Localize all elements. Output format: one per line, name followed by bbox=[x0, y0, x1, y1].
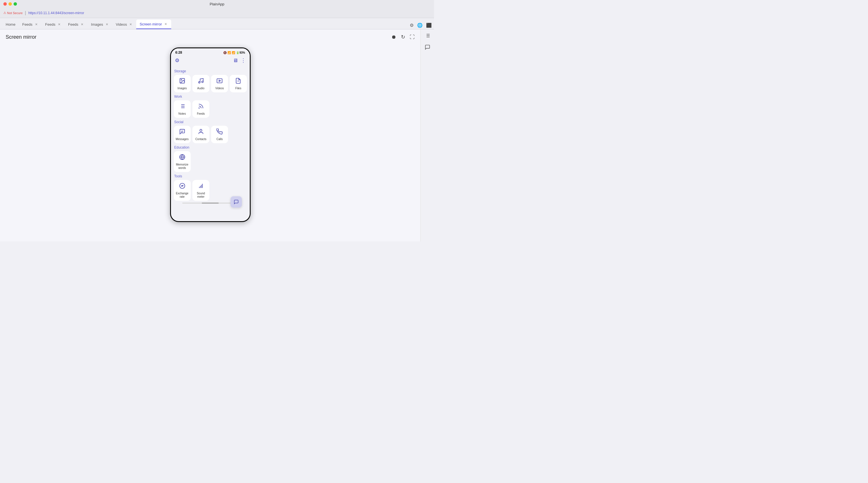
calls-label: Calls bbox=[216, 137, 223, 141]
app-files[interactable]: Files bbox=[230, 75, 247, 92]
videos-label: Videos bbox=[215, 87, 224, 90]
security-warning: ⚠ Not Secure bbox=[3, 11, 23, 15]
page-actions: ⏺ ↻ ⛶ bbox=[391, 34, 415, 40]
right-sidebar bbox=[421, 29, 434, 242]
edu-empty-3 bbox=[230, 151, 247, 172]
tab-bar: Home Feeds ✕ Feeds ✕ Feeds ✕ Images ✕ Vi… bbox=[0, 18, 434, 29]
sound-meter-label: Sound meter bbox=[193, 192, 208, 199]
tab-videos[interactable]: Videos ✕ bbox=[113, 20, 136, 29]
minimize-button[interactable] bbox=[8, 2, 12, 6]
social-empty-1 bbox=[230, 126, 247, 143]
work-grid: Notes Feeds bbox=[174, 100, 247, 118]
scroll-indicator bbox=[182, 202, 239, 204]
phone-container: 6:28 🔇 📶 📶 🔋93% ⚙ 🖥 ⋮ bbox=[0, 44, 421, 222]
main: Screen mirror ⏺ ↻ ⛶ 6:28 🔇 📶 📶 bbox=[0, 29, 434, 242]
app-sound-meter[interactable]: Sound meter bbox=[192, 180, 209, 201]
edu-empty-2 bbox=[211, 151, 228, 172]
images-icon bbox=[179, 78, 185, 85]
app-videos[interactable]: Videos bbox=[211, 75, 228, 92]
sound-meter-icon bbox=[198, 183, 204, 190]
work-empty-1 bbox=[211, 100, 228, 118]
playlist-icon[interactable] bbox=[425, 33, 430, 40]
tab-close-feeds2[interactable]: ✕ bbox=[57, 22, 61, 27]
tab-images[interactable]: Images ✕ bbox=[88, 20, 113, 29]
status-icons: 🔇 📶 📶 🔋93% bbox=[223, 51, 245, 54]
app-images[interactable]: Images bbox=[174, 75, 191, 92]
notes-label: Notes bbox=[179, 112, 186, 116]
tab-close-feeds3[interactable]: ✕ bbox=[80, 22, 84, 27]
settings-icon[interactable]: 🌐 bbox=[417, 23, 423, 28]
fullscreen-icon[interactable]: ⛶ bbox=[410, 34, 415, 40]
tab-bar-actions: ⚙ 🌐 ⬛ bbox=[410, 23, 432, 29]
edu-empty-1 bbox=[192, 151, 209, 172]
files-label: Files bbox=[236, 87, 241, 90]
refresh-icon[interactable]: ↻ bbox=[401, 34, 405, 40]
app-exchange-rate[interactable]: Exchange rate bbox=[174, 180, 191, 201]
exchange-rate-icon bbox=[179, 183, 185, 190]
traffic-lights bbox=[3, 2, 17, 6]
record-icon[interactable]: ⏺ bbox=[391, 34, 396, 40]
tab-close-screen-mirror[interactable]: ✕ bbox=[164, 22, 168, 26]
messages-label: Messages bbox=[176, 137, 189, 141]
section-tools-title: Tools bbox=[174, 174, 247, 178]
svg-point-15 bbox=[200, 129, 202, 131]
url-field[interactable]: https://10.11.1.44:8443/screen-mirror bbox=[28, 11, 84, 15]
app-notes[interactable]: Notes bbox=[174, 100, 191, 118]
svg-point-3 bbox=[202, 81, 204, 83]
more-icon[interactable]: ⋮ bbox=[241, 57, 246, 64]
app-calls[interactable]: Calls bbox=[211, 126, 228, 143]
maximize-button[interactable] bbox=[13, 2, 17, 6]
videos-icon bbox=[216, 78, 223, 85]
scroll-thumb bbox=[202, 202, 219, 204]
page-header: Screen mirror ⏺ ↻ ⛶ bbox=[0, 29, 421, 44]
signout-icon[interactable]: ⬛ bbox=[426, 23, 432, 28]
tab-feeds3[interactable]: Feeds ✕ bbox=[65, 20, 88, 29]
app-messages[interactable]: Messages bbox=[174, 126, 191, 143]
monitor-icon[interactable]: 🖥 bbox=[233, 58, 238, 64]
work-empty-2 bbox=[230, 100, 247, 118]
translate-icon[interactable]: ⚙ bbox=[410, 23, 414, 28]
education-grid: Memorize words bbox=[174, 151, 247, 172]
notes-icon bbox=[179, 103, 185, 111]
audio-icon bbox=[198, 78, 204, 85]
app-feeds[interactable]: Feeds bbox=[192, 100, 209, 118]
calls-icon bbox=[216, 129, 223, 136]
memorize-label: Memorize words bbox=[175, 163, 190, 170]
files-icon bbox=[235, 78, 241, 85]
contacts-label: Contacts bbox=[195, 137, 206, 141]
tab-screen-mirror[interactable]: Screen mirror ✕ bbox=[136, 20, 171, 29]
tab-feeds2[interactable]: Feeds ✕ bbox=[42, 20, 65, 29]
section-storage-title: Storage bbox=[174, 69, 247, 73]
gear-icon[interactable]: ⚙ bbox=[175, 57, 179, 64]
tab-close-videos[interactable]: ✕ bbox=[129, 22, 133, 27]
tab-close-images[interactable]: ✕ bbox=[105, 22, 109, 27]
title-bar: PlainApp bbox=[0, 0, 434, 8]
social-grid: Messages Contacts bbox=[174, 126, 247, 143]
status-bar: 6:28 🔇 📶 📶 🔋93% bbox=[171, 48, 250, 56]
contacts-icon bbox=[198, 129, 204, 136]
tab-close-feeds1[interactable]: ✕ bbox=[34, 22, 38, 27]
app-memorize[interactable]: Memorize words bbox=[174, 151, 191, 172]
fab-chat[interactable] bbox=[230, 196, 242, 207]
tab-home[interactable]: Home bbox=[2, 20, 19, 29]
content-area: Screen mirror ⏺ ↻ ⛶ 6:28 🔇 📶 📶 bbox=[0, 29, 421, 242]
tab-feeds1[interactable]: Feeds ✕ bbox=[19, 20, 42, 29]
feeds-label: Feeds bbox=[197, 112, 205, 116]
address-bar: ⚠ Not Secure | https://10.11.1.44:8443/s… bbox=[0, 8, 434, 18]
feeds-icon bbox=[198, 103, 204, 111]
storage-grid: Images Audio bbox=[174, 75, 247, 92]
page-title: Screen mirror bbox=[6, 34, 36, 40]
app-audio[interactable]: Audio bbox=[192, 75, 209, 92]
images-label: Images bbox=[178, 87, 187, 90]
close-button[interactable] bbox=[3, 2, 7, 6]
status-time: 6:28 bbox=[176, 51, 182, 55]
app-contacts[interactable]: Contacts bbox=[192, 126, 209, 143]
section-education-title: Education bbox=[174, 146, 247, 150]
section-work-title: Work bbox=[174, 95, 247, 99]
tools-empty-1 bbox=[211, 180, 228, 201]
chat-icon[interactable] bbox=[425, 44, 430, 52]
window-title: PlainApp bbox=[210, 2, 224, 6]
svg-point-12 bbox=[199, 108, 199, 108]
exchange-rate-label: Exchange rate bbox=[175, 192, 190, 199]
phone-content: Storage Images bbox=[171, 66, 250, 207]
